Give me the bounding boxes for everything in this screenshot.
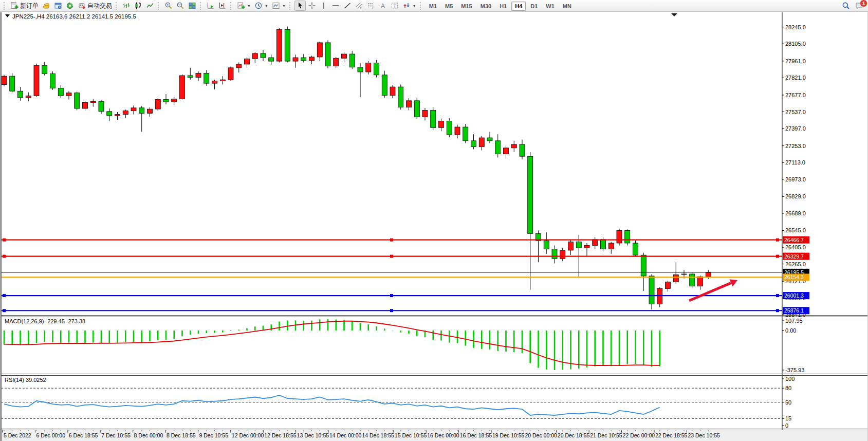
market-watch-button[interactable]	[41, 1, 52, 11]
line-handle[interactable]	[390, 309, 393, 312]
bar-chart-button[interactable]	[121, 1, 132, 11]
price-badge-label: 25876.1	[784, 307, 804, 314]
timeframe-button-M5[interactable]: M5	[441, 2, 456, 11]
timeframe-button-H1[interactable]: H1	[496, 2, 510, 11]
chat-button[interactable]: 1	[854, 1, 865, 11]
svg-text:A: A	[381, 3, 385, 10]
timeframe-button-M30[interactable]: M30	[477, 2, 495, 11]
line-handle[interactable]	[390, 255, 393, 258]
time-axis-label: 7 Dec 10:55	[101, 432, 131, 438]
templates-button[interactable]: ▼	[270, 1, 287, 11]
time-axis-label: 14 Dec 18:55	[362, 432, 394, 438]
time-axis-label: 9 Dec 10:55	[199, 432, 228, 438]
text-icon: A	[379, 2, 387, 10]
rsi-axis-label: 50	[785, 399, 791, 406]
dropdown-caret: ▼	[413, 4, 416, 8]
new-order-label: 新订单	[20, 2, 39, 10]
time-axis-label: 22 Dec 00:00	[623, 432, 655, 438]
timeframe-button-M1[interactable]: M1	[426, 2, 440, 11]
navigator-button[interactable]	[64, 1, 76, 11]
fibonacci-button[interactable]: F	[365, 1, 377, 11]
time-axis-label: 8 Dec 00:00	[134, 432, 163, 438]
zoom-in-button[interactable]	[163, 1, 174, 11]
crosshair-button[interactable]	[306, 1, 318, 11]
toolbar-grip	[420, 2, 423, 10]
svg-text:F: F	[372, 6, 374, 10]
dropdown-caret: ▼	[247, 4, 251, 8]
time-axis-label: 22 Dec 18:55	[655, 432, 688, 438]
market-watch-icon	[42, 2, 50, 10]
time-axis-label: 14 Dec 00:00	[329, 432, 362, 438]
time-axis-label: 19 Dec 10:55	[492, 432, 525, 438]
text-label-button[interactable]: T	[389, 1, 400, 11]
timeframe-button-H4[interactable]: H4	[511, 2, 526, 11]
data-window-icon	[54, 2, 62, 10]
trendline-button[interactable]	[342, 1, 353, 11]
line-chart-button[interactable]	[144, 1, 156, 11]
line-handle[interactable]	[776, 294, 779, 297]
chart-canvas[interactable]: 28245.028105.027961.027821.027677.027537…	[1, 12, 868, 441]
indicators-button[interactable]: ▼	[235, 1, 252, 11]
line-handle[interactable]	[3, 309, 6, 312]
auto-scroll-button[interactable]	[205, 1, 216, 11]
toolbar-grip	[158, 2, 161, 10]
price-badge-label: 26466.7	[784, 237, 804, 243]
search-button[interactable]	[840, 1, 852, 11]
svg-text:T: T	[393, 4, 396, 9]
dropdown-caret: ▼	[282, 4, 286, 8]
line-handle[interactable]	[776, 309, 779, 312]
line-handle[interactable]	[3, 238, 6, 242]
horizontal-line-button[interactable]	[330, 1, 341, 11]
price-axis-label: 26265.0	[785, 261, 806, 267]
tile-windows-icon	[188, 2, 196, 10]
candlestick-chart-icon	[134, 2, 142, 10]
rsi-axis-label: 0	[785, 422, 788, 429]
time-axis-label: 13 Dec 10:55	[297, 432, 329, 438]
autotrading-button[interactable]: 自动交易	[76, 1, 114, 11]
line-handle[interactable]	[3, 255, 6, 258]
zoom-out-button[interactable]	[175, 1, 186, 11]
arrows-button[interactable]: ▼	[401, 1, 418, 11]
timeframe-button-W1[interactable]: W1	[542, 2, 558, 11]
price-axis-label: 27253.0	[785, 143, 806, 149]
line-handle[interactable]	[390, 294, 393, 297]
chart-shift-button[interactable]	[217, 1, 228, 11]
price-axis-label: 27961.0	[785, 58, 806, 64]
auto-scroll-icon	[207, 2, 215, 10]
price-axis-label: 26545.0	[785, 227, 806, 233]
bar-chart-icon	[122, 2, 131, 10]
price-axis-label: 28245.0	[785, 24, 806, 30]
rsi-axis-label: 80	[785, 385, 791, 391]
vertical-line-button[interactable]	[318, 1, 329, 11]
tile-windows-button[interactable]	[187, 1, 198, 11]
line-handle[interactable]	[390, 238, 393, 242]
line-handle[interactable]	[776, 255, 779, 258]
candlestick-chart-button[interactable]	[133, 1, 144, 11]
timeframe-button-MN[interactable]: MN	[559, 2, 575, 11]
symbol-ohlc-title: JPN225-,H4 26163.6 26211.2 26141.5 26195…	[12, 13, 136, 20]
data-window-button[interactable]	[52, 1, 64, 11]
text-button[interactable]: A	[377, 1, 389, 11]
toolbar-right-group: 1	[840, 1, 866, 11]
cursor-button[interactable]	[294, 1, 306, 11]
price-axis-label: 27537.0	[785, 109, 806, 115]
toolbar-grip	[289, 2, 292, 10]
equidistant-channel-button[interactable]: E	[354, 1, 365, 11]
toolbar-grip	[200, 2, 203, 10]
time-axis[interactable]: 5 Dec 20226 Dec 00:006 Dec 18:557 Dec 10…	[1, 430, 868, 441]
timeframe-button-M15[interactable]: M15	[457, 2, 475, 11]
time-axis-label: 20 Dec 18:55	[558, 432, 590, 438]
periods-button[interactable]: ▼	[253, 1, 270, 11]
horizontal-line-icon	[331, 2, 340, 10]
line-handle[interactable]	[3, 294, 6, 297]
toolbar-grip	[4, 2, 7, 10]
timeframe-button-D1[interactable]: D1	[527, 2, 541, 11]
new-order-button[interactable]: 新订单	[9, 1, 40, 11]
zoom-out-icon	[176, 2, 184, 10]
line-handle[interactable]	[776, 238, 779, 242]
timeframe-bar: M1M5M15M30H1H4D1W1MN	[425, 1, 576, 11]
price-axis-label: 28105.0	[785, 41, 806, 47]
time-axis-label: 6 Dec 18:55	[69, 432, 98, 438]
notification-badge: 1	[860, 0, 867, 7]
zoom-in-icon	[164, 2, 173, 10]
